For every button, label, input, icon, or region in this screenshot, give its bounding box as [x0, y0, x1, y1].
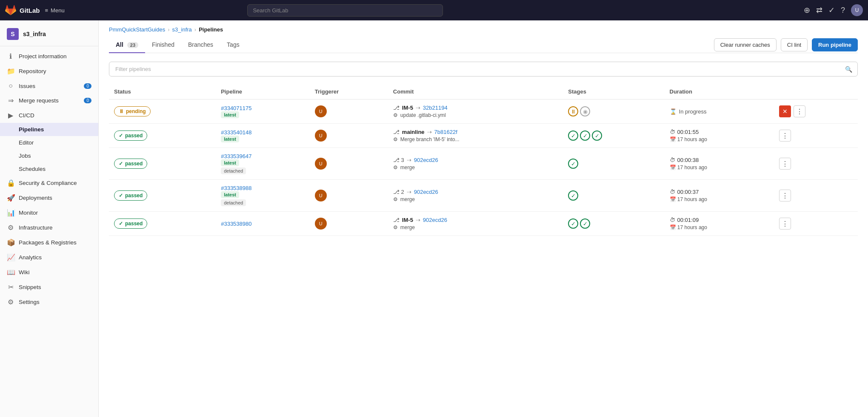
commit-hash-link[interactable]: 32b21194: [423, 105, 448, 111]
clock-icon: ⏱: [670, 217, 675, 223]
tab-finished[interactable]: Finished: [145, 37, 181, 53]
commit-branch-icon: ⎇: [393, 217, 400, 223]
merge-requests-nav-button[interactable]: ⇄: [816, 6, 822, 15]
more-actions-button[interactable]: ⋮: [779, 158, 791, 170]
calendar-icon: 📅: [670, 165, 676, 170]
tag-latest: latest: [221, 136, 239, 142]
sidebar-item-merge-requests[interactable]: ⇒ Merge requests 0: [0, 93, 98, 108]
commit-cell: ⎇ 2 ⇢ 902ecd26 ⚙ merge: [388, 180, 563, 212]
stage-icon-2[interactable]: ✓: [592, 130, 602, 141]
menu-button[interactable]: ≡ Menu: [45, 7, 65, 14]
gitlab-logo[interactable]: GitLab: [5, 5, 40, 16]
sidebar-item-issues[interactable]: ○ Issues 0: [0, 79, 98, 93]
duration-info: ⏱ 00:00:38 📅 17 hours ago: [670, 157, 769, 170]
commit-arrow-icon: ⇢: [416, 217, 420, 223]
breadcrumb-link-project[interactable]: s3_infra: [172, 26, 192, 33]
search-input[interactable]: [247, 4, 443, 17]
actions-cell: ⋮: [774, 148, 858, 180]
issues-nav-button[interactable]: ✓: [828, 6, 835, 15]
pipeline-link[interactable]: #333539647: [221, 153, 251, 159]
help-button[interactable]: ?: [841, 6, 845, 15]
pipeline-link[interactable]: #333538980: [221, 221, 251, 227]
duration-info: ⏱ 00:01:55 📅 17 hours ago: [670, 129, 769, 142]
user-avatar[interactable]: U: [851, 4, 863, 16]
sidebar-item-analytics[interactable]: 📈 Analytics: [0, 250, 98, 265]
tab-branches[interactable]: Branches: [181, 37, 220, 53]
sidebar-item-schedules[interactable]: Schedules: [0, 162, 98, 176]
sidebar-item-jobs[interactable]: Jobs: [0, 149, 98, 162]
clear-runner-caches-button[interactable]: Clear runner caches: [714, 38, 777, 51]
commit-hash-link[interactable]: 7b81622f: [434, 129, 457, 135]
sidebar-item-deployments[interactable]: 🚀 Deployments: [0, 190, 98, 205]
more-actions-button[interactable]: ⋮: [779, 130, 791, 142]
stage-icon-1[interactable]: ✓: [580, 130, 590, 141]
more-actions-button[interactable]: ⋮: [779, 218, 791, 230]
project-name: s3_infra: [23, 31, 46, 37]
sidebar-item-infrastructure[interactable]: ⚙ Infrastructure: [0, 220, 98, 235]
actions-container: ⋮: [779, 190, 853, 201]
filter-search-icon[interactable]: 🔍: [840, 62, 857, 76]
stage-icon-0[interactable]: ✓: [568, 190, 578, 201]
commit-hash-link[interactable]: 902ecd26: [414, 189, 438, 195]
main-content: PmmQuickStartGuides › s3_infra › Pipelin…: [99, 20, 868, 417]
sidebar-item-snippets[interactable]: ✂ Snippets: [0, 280, 98, 295]
project-header[interactable]: S s3_infra: [0, 24, 98, 46]
tab-all[interactable]: All 23: [109, 37, 145, 53]
sidebar-item-project-information[interactable]: ℹ Project information: [0, 49, 98, 64]
duration-cell: ⏱ 00:00:38 📅 17 hours ago: [665, 148, 774, 180]
actions-cell: ✕⋮: [774, 99, 858, 124]
pipeline-link[interactable]: #333540148: [221, 129, 251, 136]
snippets-icon: ✂: [7, 283, 14, 291]
sidebar-item-wiki[interactable]: 📖 Wiki: [0, 265, 98, 280]
sidebar-item-security-compliance[interactable]: 🔒 Security & Compliance: [0, 176, 98, 190]
sidebar-item-cicd[interactable]: ▶ CI/CD: [0, 108, 98, 123]
pipeline-link[interactable]: #334071175: [221, 105, 251, 111]
pipeline-cell: #333539647 latest detached: [216, 148, 310, 180]
stage-icon-1[interactable]: ◉: [580, 106, 590, 116]
status-badge: ✓ passed: [114, 190, 147, 201]
stage-icons: ✓✓✓: [568, 130, 659, 141]
sidebar-item-settings[interactable]: ⚙ Settings: [0, 295, 98, 309]
sidebar-item-monitor[interactable]: 📊 Monitor: [0, 205, 98, 220]
calendar-icon: 📅: [670, 136, 676, 142]
commit-hash-link[interactable]: 902ecd26: [423, 217, 447, 223]
commit-arrow-icon: ⇢: [407, 157, 411, 163]
commit-message: ⚙ Merge branch 'IM-5' into...: [393, 136, 558, 142]
stage-icon-1[interactable]: ✓: [580, 218, 590, 229]
status-cell: ✓ passed: [109, 212, 216, 236]
sidebar-item-packages-registries[interactable]: 📦 Packages & Registries: [0, 235, 98, 250]
col-actions: [774, 84, 858, 99]
stage-icons: ✓: [568, 159, 659, 169]
ci-lint-button[interactable]: CI lint: [781, 38, 808, 51]
cancel-button[interactable]: ✕: [779, 105, 791, 117]
commit-branch-icon: ⎇: [393, 129, 400, 135]
commit-arrow-icon: ⇢: [407, 189, 411, 195]
run-pipeline-button[interactable]: Run pipeline: [812, 38, 858, 51]
commit-ref: ⎇ IM-5 ⇢ 32b21194: [393, 105, 558, 111]
commit-message: ⚙ update .gitlab-ci.yml: [393, 112, 558, 118]
stage-icon-0[interactable]: ✓: [568, 159, 578, 169]
commit-merge-icon: ⎇ 2: [393, 189, 404, 195]
issues-badge: 0: [84, 83, 91, 89]
sidebar-item-editor[interactable]: Editor: [0, 136, 98, 149]
more-actions-button[interactable]: ⋮: [779, 190, 791, 201]
stage-icon-0[interactable]: ⏸: [568, 106, 578, 116]
filter-input[interactable]: [109, 62, 840, 76]
sidebar-item-repository[interactable]: 📁 Repository: [0, 64, 98, 79]
breadcrumb-link-org[interactable]: PmmQuickStartGuides: [109, 26, 165, 33]
col-triggerer: Triggerer: [310, 84, 388, 99]
pipeline-link[interactable]: #333538988: [221, 185, 251, 191]
commit-msg-icon: ⚙: [393, 165, 398, 170]
triggerer-cell: U: [310, 180, 388, 212]
analytics-icon: 📈: [7, 253, 14, 261]
stage-icon-0[interactable]: ✓: [568, 130, 578, 141]
stage-icon-0[interactable]: ✓: [568, 218, 578, 229]
tab-tags[interactable]: Tags: [220, 37, 246, 53]
clock-icon: ⏱: [670, 129, 675, 135]
more-actions-button[interactable]: ⋮: [794, 105, 805, 117]
commit-branch: IM-5: [402, 217, 413, 223]
triggerer-avatar: U: [315, 130, 327, 142]
sidebar-item-pipelines[interactable]: Pipelines: [0, 123, 98, 136]
commit-hash-link[interactable]: 902ecd26: [414, 157, 438, 163]
new-item-button[interactable]: ⊕: [804, 6, 810, 15]
